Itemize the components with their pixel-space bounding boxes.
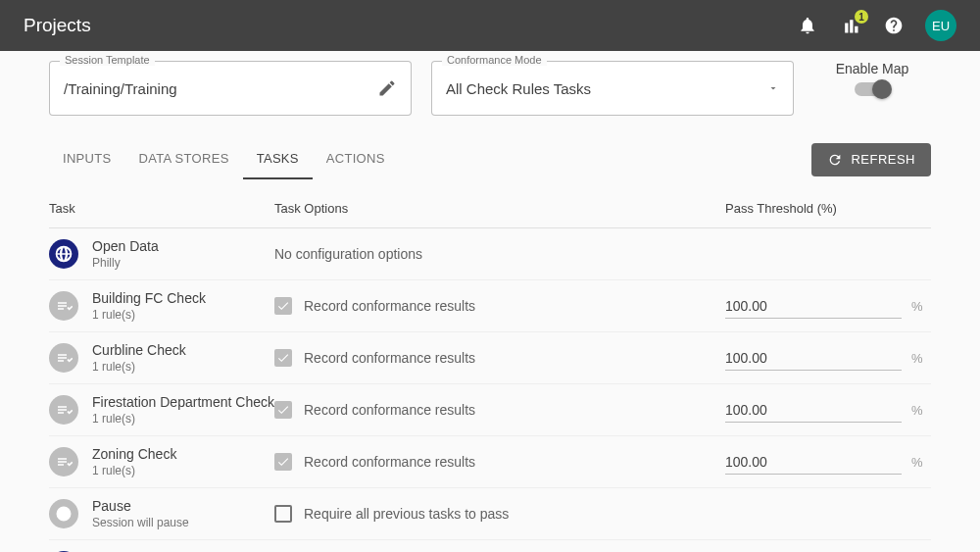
task-titles: Firestation Department Check1 rule(s) <box>92 394 274 426</box>
tab-actions[interactable]: ACTIONS <box>313 139 399 179</box>
tab-tasks[interactable]: TASKS <box>243 139 313 179</box>
task-row: Curbline Check1 rule(s)Record conformanc… <box>49 332 931 384</box>
page-title: Projects <box>24 15 796 36</box>
task-subtitle: Philly <box>92 256 274 270</box>
enable-map-label: Enable Map <box>813 61 931 76</box>
task-row: Firestation Department Check1 rule(s)Rec… <box>49 384 931 436</box>
check-icon <box>49 447 78 477</box>
refresh-button[interactable]: REFRESH <box>811 143 931 176</box>
task-subtitle: 1 rule(s) <box>92 360 274 374</box>
task-title: Firestation Department Check <box>92 394 274 410</box>
require-previous-label: Require all previous tasks to pass <box>304 506 509 522</box>
threshold-cell: % <box>725 398 931 423</box>
conformance-mode-field[interactable]: Conformance Mode All Check Rules Tasks <box>431 61 794 116</box>
refresh-label: REFRESH <box>851 152 915 167</box>
no-config-text: No configuration options <box>274 246 422 262</box>
task-options: No configuration options <box>274 246 725 262</box>
session-template-label: Session Template <box>60 54 155 66</box>
check-icon <box>49 343 78 373</box>
record-conformance-label: Record conformance results <box>304 454 475 470</box>
task-subtitle: Session will pause <box>92 516 274 529</box>
task-row: Building FC Check1 rule(s)Record conform… <box>49 280 931 332</box>
require-previous-checkbox[interactable] <box>274 505 292 523</box>
conformance-mode-label: Conformance Mode <box>442 54 547 66</box>
task-titles: Zoning Check1 rule(s) <box>92 446 274 477</box>
task-subtitle: 1 rule(s) <box>92 412 274 426</box>
task-titles: Building FC Check1 rule(s) <box>92 290 274 322</box>
task-options: Record conformance results <box>274 453 725 471</box>
task-options: Record conformance results <box>274 349 725 367</box>
threshold-suffix: % <box>911 299 923 314</box>
task-titles: Open DataPhilly <box>92 238 274 270</box>
chevron-down-icon[interactable] <box>767 82 779 94</box>
refresh-icon <box>827 152 843 168</box>
threshold-input[interactable] <box>725 398 902 423</box>
session-template-value: /Training/Training <box>64 80 377 97</box>
edit-icon[interactable] <box>377 78 397 98</box>
task-subtitle: 1 rule(s) <box>92 464 274 477</box>
col-task-header: Task <box>49 201 274 216</box>
help-icon[interactable] <box>882 14 906 37</box>
check-icon <box>49 291 78 321</box>
record-conformance-label: Record conformance results <box>304 350 475 366</box>
task-subtitle: 1 rule(s) <box>92 308 274 322</box>
tab-data-stores[interactable]: DATA STORES <box>124 139 242 179</box>
chart-badge: 1 <box>855 10 868 24</box>
task-title: Pause <box>92 498 274 514</box>
tabs: INPUTS DATA STORES TASKS ACTIONS <box>49 139 399 179</box>
conformance-mode-value: All Check Rules Tasks <box>446 80 767 97</box>
threshold-cell: % <box>725 294 931 319</box>
task-titles: PauseSession will pause <box>92 498 274 529</box>
task-rows: Open DataPhillyNo configuration optionsB… <box>49 228 931 552</box>
globe-icon <box>49 239 78 269</box>
task-title: Curbline Check <box>92 342 274 358</box>
enable-map-toggle[interactable] <box>855 82 890 96</box>
task-options: Record conformance results <box>274 297 725 315</box>
threshold-cell: % <box>725 346 931 371</box>
task-title: Zoning Check <box>92 446 274 462</box>
record-conformance-checkbox[interactable] <box>274 401 292 419</box>
notifications-icon[interactable] <box>796 14 819 37</box>
record-conformance-checkbox[interactable] <box>274 349 292 367</box>
task-titles: Curbline Check1 rule(s) <box>92 342 274 374</box>
app-header: Projects 1 EU <box>0 0 980 51</box>
tab-inputs[interactable]: INPUTS <box>49 139 124 179</box>
threshold-cell: % <box>725 450 931 475</box>
threshold-suffix: % <box>911 455 923 470</box>
avatar[interactable]: EU <box>925 10 956 41</box>
table-header: Task Task Options Pass Threshold (%) <box>49 187 931 228</box>
threshold-suffix: % <box>911 351 923 366</box>
task-title: Open Data <box>92 238 274 254</box>
header-icons: 1 EU <box>796 10 956 41</box>
content: Session Template /Training/Training Conf… <box>0 51 980 552</box>
task-options: Record conformance results <box>274 401 725 419</box>
task-row: PauseSession will pauseRequire all previ… <box>49 488 931 540</box>
tabs-row: INPUTS DATA STORES TASKS ACTIONS REFRESH <box>49 139 931 179</box>
clock-icon <box>49 499 78 528</box>
task-row: Copy ToPhillyNo configuration options <box>49 540 931 552</box>
task-row: Open DataPhillyNo configuration options <box>49 228 931 280</box>
check-icon <box>49 395 78 425</box>
switch-thumb <box>872 79 892 99</box>
record-conformance-checkbox[interactable] <box>274 453 292 471</box>
session-template-field[interactable]: Session Template /Training/Training <box>49 61 412 116</box>
threshold-input[interactable] <box>725 294 902 319</box>
threshold-input[interactable] <box>725 346 902 371</box>
enable-map-control: Enable Map <box>813 61 931 96</box>
col-threshold-header: Pass Threshold (%) <box>725 201 931 216</box>
config-row: Session Template /Training/Training Conf… <box>49 61 931 116</box>
record-conformance-label: Record conformance results <box>304 402 475 418</box>
task-row: Zoning Check1 rule(s)Record conformance … <box>49 436 931 488</box>
threshold-input[interactable] <box>725 450 902 475</box>
task-options: Require all previous tasks to pass <box>274 505 725 523</box>
record-conformance-checkbox[interactable] <box>274 297 292 315</box>
task-title: Building FC Check <box>92 290 274 306</box>
record-conformance-label: Record conformance results <box>304 298 475 314</box>
chart-icon[interactable]: 1 <box>839 14 862 37</box>
threshold-suffix: % <box>911 403 923 418</box>
col-options-header: Task Options <box>274 201 725 216</box>
